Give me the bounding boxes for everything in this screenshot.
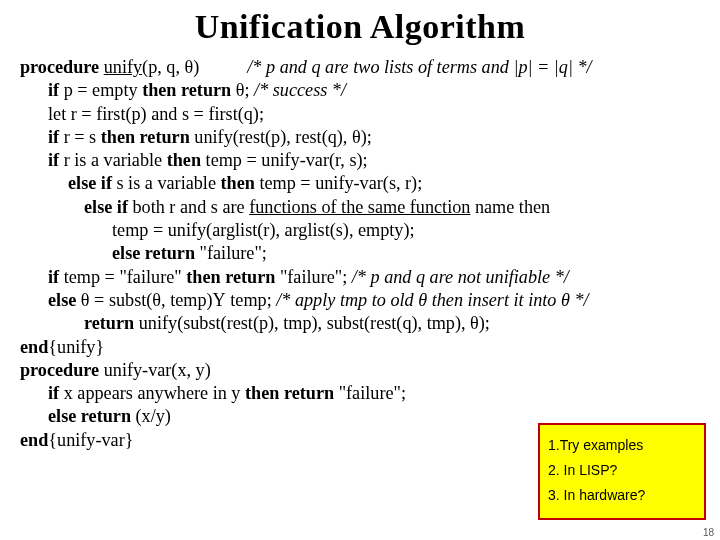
code-line: else θ = subst(θ, temp)Y temp; /* apply … (20, 289, 700, 312)
note-item: 1.Try examples (548, 435, 696, 456)
code-line: let r = first(p) and s = first(q); (20, 103, 700, 126)
code-line: procedure unify(p, q, θ)/* p and q are t… (20, 56, 700, 79)
slide: Unification Algorithm procedure unify(p,… (0, 0, 720, 540)
slide-title: Unification Algorithm (20, 8, 700, 46)
proc-name: unify (104, 57, 142, 77)
kw-then-return: then return (142, 80, 231, 100)
code-line: if r = s then return unify(rest(p), rest… (20, 126, 700, 149)
code-line: end{unify} (20, 336, 700, 359)
kw-procedure: procedure (20, 57, 99, 77)
code-line: return unify(subst(rest(p), tmp), subst(… (20, 312, 700, 335)
proc-args: (p, q, θ) (142, 57, 199, 77)
comment: /* success */ (254, 80, 346, 100)
code-line: else return "failure"; (20, 242, 700, 265)
code-line: temp = unify(arglist(r), arglist(s), emp… (20, 219, 700, 242)
code-line: if p = empty then return θ; /* success *… (20, 79, 700, 102)
code-line: if r is a variable then temp = unify-var… (20, 149, 700, 172)
code-line: if x appears anywhere in y then return "… (20, 382, 700, 405)
note-item: 2. In LISP? (548, 460, 696, 481)
note-item: 3. In hardware? (548, 485, 696, 506)
comment: /* apply tmp to old θ then insert it int… (276, 290, 588, 310)
code-line: procedure unify-var(x, y) (20, 359, 700, 382)
comment: /* p and q are two lists of terms and |p… (247, 57, 591, 77)
kw-if: if (48, 80, 59, 100)
code-line: else if s is a variable then temp = unif… (20, 172, 700, 195)
notes-box: 1.Try examples 2. In LISP? 3. In hardwar… (538, 423, 706, 520)
page-number: 18 (703, 527, 714, 538)
code-line: if temp = "failure" then return "failure… (20, 266, 700, 289)
code-line: else if both r and s are functions of th… (20, 196, 700, 219)
code-block: procedure unify(p, q, θ)/* p and q are t… (20, 56, 700, 452)
comment: /* p and q are not unifiable */ (352, 267, 569, 287)
